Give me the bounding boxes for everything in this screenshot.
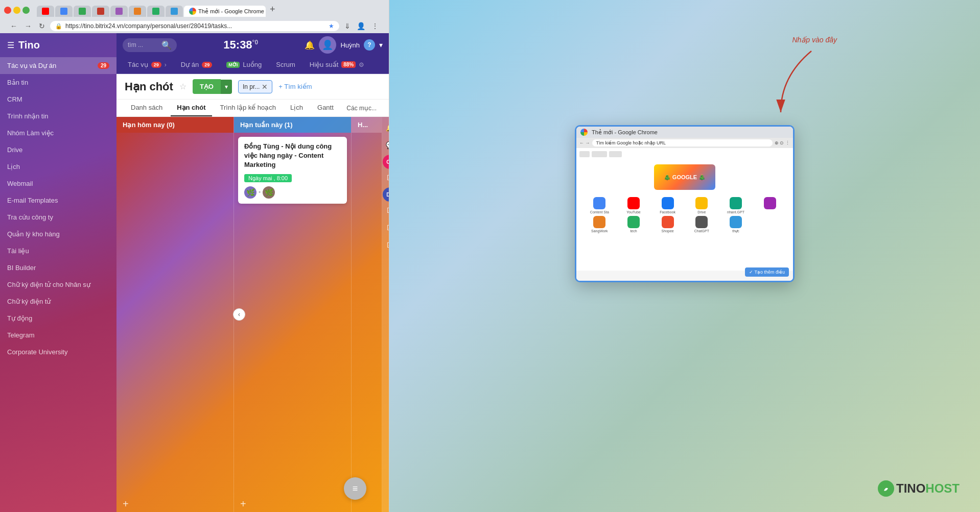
task-check-icon-1[interactable]: ☑ bbox=[382, 170, 389, 185]
thumb-toolbar bbox=[579, 151, 790, 157]
browser-tab-8[interactable] bbox=[166, 6, 183, 17]
shortcut-thuc: thực bbox=[720, 216, 752, 233]
column-title-week: Hạn tuần này (1) bbox=[240, 121, 293, 129]
search-input[interactable] bbox=[128, 41, 158, 48]
card-assignees: 🌿 • 🌿 bbox=[244, 186, 341, 199]
add-card-week-button[interactable]: + bbox=[234, 496, 351, 512]
sub-tab-planner[interactable]: Trình lập kế hoạch bbox=[214, 100, 283, 116]
user-dl-avatar[interactable]: DL bbox=[383, 187, 389, 202]
search-box[interactable]: 🔍 bbox=[123, 38, 177, 52]
browser-tab-youtube[interactable] bbox=[37, 6, 54, 17]
sidebar-item-company-search[interactable]: Tra cứu công ty bbox=[0, 209, 116, 226]
sub-tab-list[interactable]: Danh sách bbox=[125, 100, 169, 116]
browser-chrome: Thẻ mới - Google Chrome ✕ + ← → ↻ 🔒 http… bbox=[0, 0, 389, 33]
sidebar-item-groups[interactable]: Nhóm Làm việc bbox=[0, 125, 116, 141]
browser-tab-4[interactable] bbox=[92, 6, 109, 17]
shortcut-tech: tech bbox=[618, 216, 650, 233]
search-link[interactable]: + Tìm kiếm bbox=[278, 83, 312, 90]
maximize-button[interactable] bbox=[22, 7, 30, 14]
help-button[interactable]: ? bbox=[364, 39, 375, 51]
browser-tab-7[interactable] bbox=[147, 6, 165, 17]
sidebar-item-webmail[interactable]: Webmail bbox=[0, 175, 116, 192]
close-button[interactable] bbox=[4, 7, 11, 14]
task-card[interactable]: Đồng Tùng - Nội dung công việc hàng ngày… bbox=[238, 137, 347, 204]
sidebar-item-inventory[interactable]: Quản lý kho hàng bbox=[0, 226, 116, 242]
sidebar-item-esignature[interactable]: Chữ ký điện tử bbox=[0, 293, 116, 310]
chevron-left-icon: ‹ bbox=[238, 311, 240, 318]
sidebar: ☰ Tino Tác vụ và Dự án 29 Bản tin CRM Tr… bbox=[0, 33, 116, 512]
reload-button[interactable]: ↻ bbox=[37, 21, 47, 31]
browser-tab-2[interactable] bbox=[55, 6, 73, 17]
tab-scrum[interactable]: Scrum bbox=[269, 57, 302, 74]
sidebar-item-tasks[interactable]: Tác vụ và Dự án 29 bbox=[0, 57, 116, 74]
filter-remove-icon[interactable]: ✕ bbox=[262, 83, 268, 91]
sidebar-item-telegram[interactable]: Telegram bbox=[0, 327, 116, 344]
create-dropdown-button[interactable]: ▾ bbox=[221, 80, 232, 94]
task-check-icon-2[interactable]: ☑ bbox=[382, 203, 389, 218]
tab-projects-label: Dự án bbox=[181, 61, 199, 68]
tab-flow[interactable]: MỚI Luồng bbox=[219, 57, 269, 74]
sidebar-item-inbox[interactable]: Trình nhận tin bbox=[0, 108, 116, 125]
bookmark-icon[interactable]: ★ bbox=[329, 22, 334, 30]
more-button[interactable]: Các mục... bbox=[342, 102, 381, 115]
sub-tab-deadline[interactable]: Hạn chót bbox=[171, 100, 212, 116]
sidebar-item-email-templates[interactable]: E-mail Templates bbox=[0, 192, 116, 209]
favorite-star-icon[interactable]: ☆ bbox=[179, 82, 186, 91]
new-tab-button[interactable]: + bbox=[267, 3, 278, 16]
sidebar-item-drive[interactable]: Drive bbox=[0, 141, 116, 158]
address-bar[interactable]: 🔒 https://tino.bitrix24.vn/company/perso… bbox=[50, 21, 339, 31]
hamburger-icon[interactable]: ☰ bbox=[7, 40, 14, 50]
task-check-icon-4[interactable]: ☑ bbox=[382, 237, 389, 253]
user-name[interactable]: Huỳnh bbox=[340, 41, 360, 49]
tab-tasks-arrow[interactable]: › bbox=[165, 61, 167, 68]
chat-icon[interactable]: 💬 bbox=[382, 137, 389, 153]
tab-performance[interactable]: Hiệu suất 88% ⚙ bbox=[302, 57, 371, 74]
tab-tasks[interactable]: Tác vụ 29 › bbox=[121, 57, 174, 74]
sidebar-item-corporate-university[interactable]: Corporate University bbox=[0, 344, 116, 360]
notification-icon[interactable]: 🔔 50 bbox=[382, 120, 389, 135]
sub-tab-calendar[interactable]: Lịch bbox=[284, 100, 309, 116]
shortcut-chatgpt: nhant.GPT bbox=[720, 197, 752, 214]
tab-scrum-label: Scrum bbox=[276, 61, 295, 68]
browser-tab-5[interactable] bbox=[110, 6, 128, 17]
user-ct-avatar[interactable]: CT bbox=[383, 155, 389, 169]
assignee-avatar-1: 🌿 bbox=[244, 186, 256, 199]
sub-tab-gantt[interactable]: Gantt bbox=[311, 100, 340, 116]
browser-window: Thẻ mới - Google Chrome ✕ + ← → ↻ 🔒 http… bbox=[0, 0, 389, 512]
profile-button[interactable]: 👤 bbox=[355, 21, 367, 31]
add-card-today-button[interactable]: + bbox=[116, 496, 234, 512]
column-header-more: H... bbox=[352, 117, 382, 133]
sidebar-item-esignature-hr[interactable]: Chữ ký điện tử cho Nhân sự bbox=[0, 276, 116, 293]
notification-bell[interactable]: 🔔 bbox=[305, 40, 315, 50]
shortcut-shopee: Shopee bbox=[651, 216, 684, 233]
minimize-button[interactable] bbox=[13, 7, 20, 14]
back-button[interactable]: ← bbox=[8, 21, 19, 31]
browser-tab-active[interactable]: Thẻ mới - Google Chrome ✕ bbox=[184, 6, 266, 17]
browser-tab-3[interactable] bbox=[74, 6, 91, 17]
browser-tab-6[interactable] bbox=[129, 6, 146, 17]
chevron-down-icon[interactable]: ▾ bbox=[379, 41, 383, 49]
menu-button[interactable]: ⋮ bbox=[369, 21, 381, 31]
sidebar-item-documents[interactable]: Tài liệu bbox=[0, 242, 116, 259]
tinohost-logo: TINOHOST bbox=[878, 480, 960, 497]
task-check-icon-3[interactable]: ☑ bbox=[382, 220, 389, 235]
tab-icon-8 bbox=[171, 8, 178, 15]
sidebar-item-automation[interactable]: Tự động bbox=[0, 310, 116, 327]
filter-tag[interactable]: In pr... ✕ bbox=[238, 80, 272, 93]
settings-icon[interactable]: ⚙ bbox=[359, 61, 364, 68]
chrome-thumbnail[interactable]: Thẻ mới - Google Chrome ← → Tìm kiếm Goo… bbox=[575, 125, 795, 282]
sidebar-item-calendar[interactable]: Lịch bbox=[0, 158, 116, 175]
kanban-cards-week: Đồng Tùng - Nội dung công việc hàng ngày… bbox=[234, 133, 351, 496]
browser-top-bar: Thẻ mới - Google Chrome ✕ + bbox=[4, 3, 385, 17]
sidebar-item-company-search-label: Tra cứu công ty bbox=[7, 213, 109, 221]
restore-button[interactable]: ✓ Tạo thêm điều bbox=[745, 267, 789, 277]
chat-fab-button[interactable]: ≡ bbox=[344, 477, 366, 500]
sidebar-item-news[interactable]: Bản tin bbox=[0, 74, 116, 91]
collapse-handle[interactable]: ‹ bbox=[233, 308, 245, 321]
sidebar-item-crm[interactable]: CRM bbox=[0, 91, 116, 108]
create-main-button[interactable]: TẠO bbox=[193, 79, 221, 94]
sidebar-item-bi[interactable]: BI Builder bbox=[0, 259, 116, 276]
forward-button[interactable]: → bbox=[22, 21, 34, 31]
tab-projects[interactable]: Dự án 29 bbox=[174, 57, 219, 74]
download-button[interactable]: ⇓ bbox=[342, 21, 353, 31]
